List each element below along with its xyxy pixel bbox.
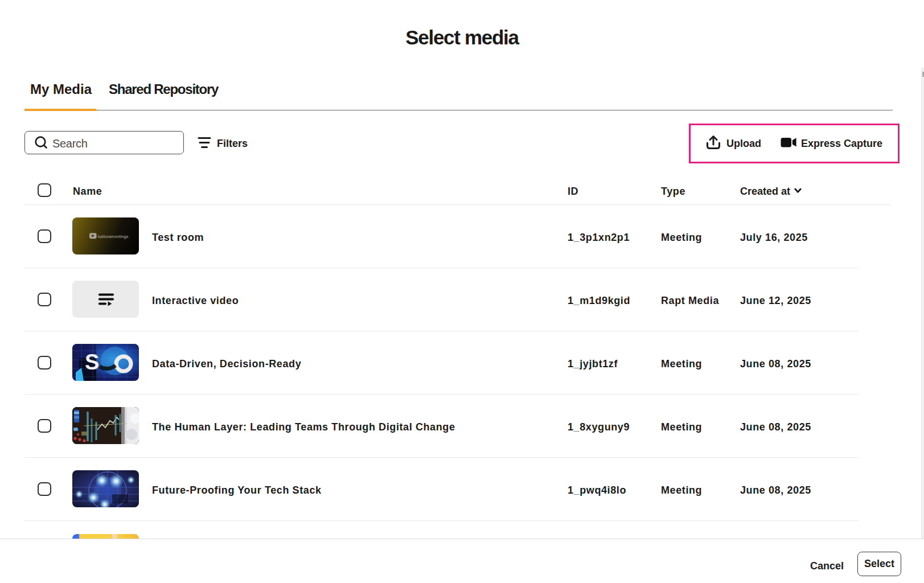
svg-text:kalturameetings: kalturameetings — [98, 234, 129, 239]
svg-text:S: S — [85, 350, 99, 374]
